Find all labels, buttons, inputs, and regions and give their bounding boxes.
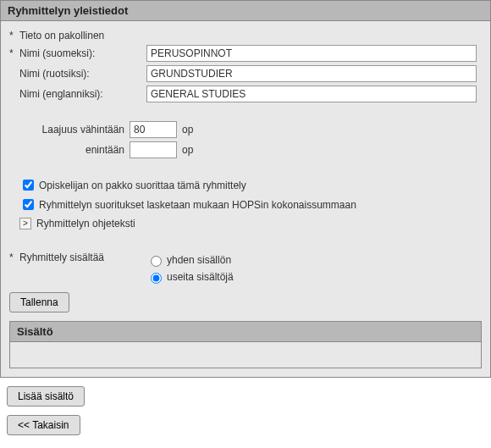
include-sum-checkbox[interactable]	[23, 199, 34, 210]
contains-label: Ryhmittely sisältää	[19, 252, 146, 263]
include-sum-label: Ryhmittelyn suoritukset lasketaan mukaan…	[39, 199, 356, 211]
contains-row: * Ryhmittely sisältää yhden sisällön use…	[9, 252, 482, 284]
mandatory-group-label: Opiskelijan on pakko suorittaa tämä ryhm…	[39, 180, 246, 191]
asterisk-icon: *	[9, 30, 19, 41]
guide-text-label: Ryhmittelyn ohjeteksti	[36, 218, 135, 230]
include-sum-row: Ryhmittelyn suoritukset lasketaan mukaan…	[19, 196, 482, 213]
contains-multi-radio[interactable]	[151, 273, 162, 284]
contains-multi-option[interactable]: useita sisältöjä	[146, 270, 234, 284]
asterisk-icon: *	[9, 47, 19, 59]
contains-single-radio[interactable]	[151, 256, 162, 267]
add-content-button[interactable]: Lisää sisältö	[7, 386, 85, 407]
extent-min-input[interactable]	[130, 121, 177, 138]
contains-radio-group: yhden sisällön useita sisältöjä	[146, 253, 234, 284]
contains-multi-label: useita sisältöjä	[167, 271, 234, 283]
extent-min-row: Laajuus vähintään op	[9, 121, 482, 138]
chevron-right-icon: >	[19, 218, 31, 230]
contains-single-label: yhden sisällön	[167, 254, 231, 266]
asterisk-icon: *	[9, 252, 19, 263]
content-panel: Sisältö	[9, 321, 482, 368]
content-panel-body	[10, 342, 481, 368]
extent-max-label: enintään	[19, 144, 130, 156]
extent-min-label: Laajuus vähintään	[19, 124, 130, 136]
name-sv-label: Nimi (ruotsiksi):	[19, 68, 146, 80]
name-fi-input[interactable]	[146, 45, 477, 62]
extent-max-unit: op	[182, 144, 193, 156]
save-button[interactable]: Tallenna	[9, 292, 69, 312]
panel-header-content: Sisältö	[10, 322, 481, 342]
group-general-panel: Ryhmittelyn yleistiedot * Tieto on pakol…	[0, 0, 491, 378]
name-en-row: Nimi (englanniksi):	[9, 86, 482, 102]
extent-max-input[interactable]	[130, 141, 177, 158]
name-en-label: Nimi (englanniksi):	[19, 88, 146, 100]
contains-single-option[interactable]: yhden sisällön	[146, 253, 234, 267]
mandatory-group-checkbox[interactable]	[23, 180, 34, 191]
extent-max-row: enintään op	[9, 141, 482, 158]
panel-header-general: Ryhmittelyn yleistiedot	[1, 1, 490, 21]
name-fi-row: * Nimi (suomeksi):	[9, 45, 482, 62]
name-sv-row: Nimi (ruotsiksi):	[9, 65, 482, 82]
extent-min-unit: op	[182, 124, 193, 136]
mandatory-note-text: Tieto on pakollinen	[19, 30, 104, 41]
name-fi-label: Nimi (suomeksi):	[19, 47, 146, 59]
name-en-input[interactable]	[146, 86, 477, 102]
name-sv-input[interactable]	[146, 65, 477, 82]
mandatory-note-row: * Tieto on pakollinen	[9, 30, 482, 41]
back-button[interactable]: << Takaisin	[7, 415, 80, 435]
panel-body-general: * Tieto on pakollinen * Nimi (suomeksi):…	[1, 21, 490, 377]
guide-text-accordion[interactable]: > Ryhmittelyn ohjeteksti	[19, 218, 482, 230]
mandatory-group-row: Opiskelijan on pakko suorittaa tämä ryhm…	[19, 177, 482, 193]
